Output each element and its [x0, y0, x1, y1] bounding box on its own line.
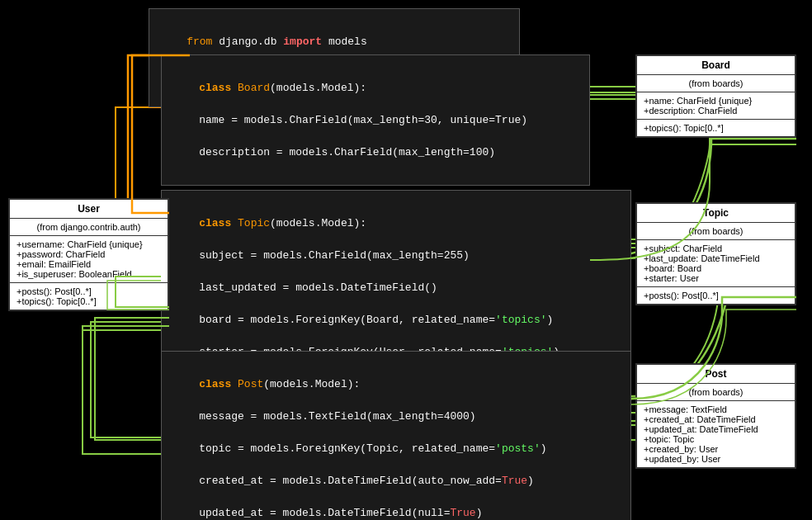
post-uml-box: Post (from boards) +message: TextField +…: [635, 363, 796, 469]
post-topic-relname: 'posts': [495, 442, 541, 455]
post-null-true: True: [450, 507, 475, 519]
post-field-message: +message: TextField: [644, 404, 788, 414]
board-uml-box: Board (from boards) +name: CharField {un…: [635, 54, 796, 138]
post-uml-title: Post: [637, 365, 795, 384]
topic-method-posts: +posts(): Post[0..*]: [644, 291, 788, 300]
user-uml-subtitle: (from django.contrib.auth): [10, 219, 168, 236]
user-field-issuperuser: +is_superuser: BooleanField: [17, 269, 161, 279]
topic-uml-title: Topic: [637, 204, 795, 223]
user-uml-box: User (from django.contrib.auth) +usernam…: [8, 198, 169, 311]
topic-field-starter: +starter: User: [644, 273, 788, 283]
topic-uml-box: Topic (from boards) +subject: CharField …: [635, 202, 796, 305]
board-class-kw: class: [199, 82, 231, 94]
board-field-description: +description: CharField: [644, 106, 788, 116]
board-uml-title: Board: [637, 56, 795, 75]
topic-class-name: Topic: [238, 217, 270, 229]
topic-uml-methods: +posts(): Post[0..*]: [637, 287, 795, 304]
board-code-box: class Board(models.Model): name = models…: [161, 54, 590, 186]
topic-uml-subtitle: (from boards): [637, 223, 795, 240]
board-class-name: Board: [238, 82, 270, 94]
post-code-box: class Post(models.Model): message = mode…: [161, 351, 631, 520]
board-uml-methods: +topics(): Topic[0..*]: [637, 120, 795, 136]
user-method-posts: +posts(): Post[0..*]: [17, 286, 161, 296]
topic-field-lastupdated: +last_update: DateTimeField: [644, 253, 788, 263]
post-class-kw: class: [199, 378, 231, 390]
import-kw-1: import: [283, 35, 322, 48]
board-method-topics: +topics(): Topic[0..*]: [644, 123, 788, 133]
post-autonow-true: True: [502, 475, 527, 487]
post-field-createdat: +created_at: DateTimeField: [644, 414, 788, 424]
topic-field-subject: +subject: CharField: [644, 243, 788, 253]
post-field-updatedby: +updated_by: User: [644, 454, 788, 464]
diagram-container: from django.db import models from django…: [0, 0, 812, 520]
post-uml-subtitle: (from boards): [637, 384, 795, 401]
topic-board-relname: 'topics': [495, 314, 546, 326]
user-uml-methods: +posts(): Post[0..*] +topics(): Topic[0.…: [10, 283, 168, 310]
topic-class-kw: class: [199, 217, 231, 229]
topic-field-board: +board: Board: [644, 263, 788, 273]
post-class-name: Post: [238, 378, 263, 390]
post-field-topic: +topic: Topic: [644, 434, 788, 444]
user-field-password: +password: CharField: [17, 249, 161, 259]
board-uml-fields: +name: CharField {unique} +description: …: [637, 92, 795, 120]
user-field-username: +username: CharField {unique}: [17, 239, 161, 249]
post-field-updatedat: +updated_at: DateTimeField: [644, 424, 788, 434]
user-uml-title: User: [10, 200, 168, 219]
user-method-topics: +topics(): Topic[0..*]: [17, 296, 161, 306]
post-uml-fields: +message: TextField +created_at: DateTim…: [637, 401, 795, 467]
user-field-email: +email: EmailField: [17, 259, 161, 269]
topic-uml-fields: +subject: CharField +last_update: DateTi…: [637, 240, 795, 287]
import-from-1: from: [186, 35, 212, 48]
post-field-createdby: +created_by: User: [644, 444, 788, 454]
board-field-name: +name: CharField {unique}: [644, 96, 788, 106]
board-uml-subtitle: (from boards): [637, 75, 795, 92]
user-uml-fields: +username: CharField {unique} +password:…: [10, 236, 168, 283]
